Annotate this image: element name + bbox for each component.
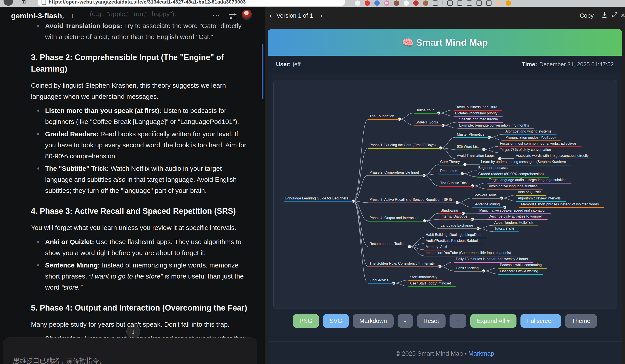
mindmap-node[interactable]: Target language audio + target language …	[489, 178, 566, 182]
mindmap-node[interactable]: Beginner podcasts	[478, 166, 508, 170]
mindmap-node[interactable]: Shadowing	[441, 208, 458, 213]
copy-button[interactable]: Copy	[580, 12, 594, 19]
new-chat-button[interactable]: +	[70, 12, 74, 20]
mindmap-node[interactable]: The Golden Rule: Consistency > Intensity	[370, 261, 435, 265]
download-icon[interactable]	[601, 11, 608, 19]
mindmap-node[interactable]: Start immediately	[410, 275, 437, 279]
mindmap-node[interactable]: Memorize short phrases instead of isolat…	[521, 202, 599, 206]
toolbar-button-markdown[interactable]: Markdown	[353, 314, 394, 328]
toolbar-button-png[interactable]: PNG	[293, 314, 319, 328]
tab-grid-icon[interactable]: ⊞	[21, 0, 26, 5]
extension-redsquare-icon[interactable]	[413, 0, 419, 6]
chevron-down-icon[interactable]: ⌄	[60, 13, 65, 20]
mindmap-node[interactable]: Define Your	[415, 108, 434, 112]
mindmap-node[interactable]: Tutors: iTalki	[494, 227, 514, 231]
mindmap-node[interactable]: Language Exchange	[441, 224, 473, 227]
mindmap-node[interactable]: Describe daily activities to yourself	[489, 215, 543, 219]
extension-outline6-icon[interactable]	[486, 0, 492, 6]
close-icon[interactable]: ✕	[620, 12, 625, 19]
mindmap-node[interactable]: Core Theory	[440, 160, 460, 164]
mindmap-node[interactable]: Associate words with images/concepts dir…	[516, 154, 589, 158]
mindmap-node[interactable]: Phase 1: Building the Core (First 30 Day…	[370, 143, 436, 147]
mindmap-node[interactable]: Travel, business, or culture	[455, 105, 497, 109]
mindmap-node[interactable]: Target 75% of daily conversation	[500, 148, 551, 152]
toolbar-button-svg[interactable]: SVG	[323, 314, 349, 328]
extension-pink-icon[interactable]: CA	[384, 0, 389, 6]
mindmap-node[interactable]: Master Phonetics	[457, 133, 484, 137]
mindmap-node[interactable]: SMART Goals	[415, 120, 438, 124]
mindmap-node[interactable]: Language Learning Guide for Beginners	[285, 196, 348, 200]
mindmap-node[interactable]: Alphabet and writing systems	[505, 129, 551, 133]
mindmap-node[interactable]: 625 Word List	[457, 145, 478, 149]
mindmap-canvas[interactable]: Language Learning Guide for BeginnersThe…	[273, 80, 617, 309]
browser-profile-icon[interactable]	[3, 0, 13, 6]
mindmap-node[interactable]: Pronunciation guides (YouTube)	[505, 136, 556, 140]
extension-outline4-icon[interactable]	[467, 0, 472, 6]
mindmap-node[interactable]: Flashcards while waiting	[500, 269, 538, 273]
scrollbar-thumb[interactable]	[262, 44, 263, 99]
mindmap-node[interactable]: Mimic native speaker speed and intonatio…	[479, 208, 546, 213]
mindmap-node-underline	[454, 116, 502, 117]
model-selector[interactable]: gemini-3-flash	[11, 11, 62, 20]
extension-orange-icon[interactable]	[506, 0, 511, 6]
mindmap-node[interactable]: Recommended Toolkit	[370, 242, 405, 246]
mindmap-node[interactable]: Apps: Tandem, HelloTalk	[494, 221, 533, 225]
toolbar-button-expand-all[interactable]: Expand All ▾	[470, 314, 516, 328]
scroll-to-bottom-button[interactable]: ↓	[126, 325, 140, 338]
extension-brown-icon[interactable]	[394, 0, 399, 6]
message-input[interactable]: 思维接口已就绪，请传输指令。	[3, 337, 257, 364]
controls-icon[interactable]	[229, 14, 236, 19]
url-text[interactable]: https://open-webui.yangtzedaidata.site/c…	[49, 0, 246, 5]
mindmap-node[interactable]: Learn by understanding messages (Stephen…	[481, 160, 566, 164]
mindmap-node[interactable]: Graded readers (80-90% comprehension)	[478, 172, 544, 176]
mindmap-node[interactable]: Habit Stacking	[456, 266, 478, 270]
extension-white2-icon[interactable]	[404, 0, 409, 6]
extension-outline5-icon[interactable]	[476, 0, 482, 6]
mindmap-node[interactable]: Dictates vocabulary priority	[455, 111, 498, 115]
mindmap-node[interactable]: Avoid native language subtitles	[489, 184, 537, 188]
mindmap-node[interactable]: Sentence Mining	[473, 202, 500, 206]
extension-outline2-icon[interactable]	[447, 0, 453, 6]
mindmap-node[interactable]: Audio/Practical: Pimsleur, Babbel	[426, 239, 478, 243]
toolbar-button-theme[interactable]: Theme	[565, 314, 597, 328]
mindmap-node[interactable]: Habit Building: Duolingo, LingoDeer	[426, 233, 482, 237]
extension-tan-icon[interactable]	[423, 0, 428, 6]
extension-avatar-icon[interactable]	[496, 0, 501, 6]
prev-version-button[interactable]: ‹	[269, 11, 272, 20]
next-version-button[interactable]: ›	[320, 11, 323, 20]
mindmap-node[interactable]: The Foundation	[370, 114, 394, 118]
mindmap-node[interactable]: Phase 3: Active Recall and Spaced Repeti…	[370, 198, 452, 202]
toolbar-button-[interactable]: +	[449, 314, 466, 328]
mindmap-node[interactable]: Example: 5-minute conversation in 3 mont…	[459, 123, 529, 127]
extension-red-icon[interactable]	[365, 0, 370, 6]
mindmap-node[interactable]: Specific and measurable	[459, 117, 498, 121]
mindmap-node[interactable]: Phase 2: Comprehensible Input	[370, 170, 419, 174]
mindmap-node[interactable]: Phase 4: Output and Interaction	[370, 216, 419, 220]
mindmap-node[interactable]: Software Tools	[473, 193, 497, 197]
markmap-link[interactable]: Markmap	[468, 350, 494, 357]
mindmap-node[interactable]: Avoid Translation Loops	[457, 154, 494, 158]
toolbar-button-[interactable]: -	[398, 314, 413, 328]
address-bar[interactable]: https://open-webui.yangtzedaidata.site/c…	[37, 0, 345, 6]
mindmap-node[interactable]: Use "Start Today" mindset	[410, 281, 451, 285]
toolbar-button-reset[interactable]: Reset	[417, 314, 446, 328]
extension-outline3-icon[interactable]	[457, 0, 462, 6]
toolbar-button-fullscreen[interactable]: Fullscreen	[521, 314, 561, 328]
fullscreen-icon[interactable]	[612, 11, 618, 18]
mindmap-node[interactable]: Podcasts while commuting	[500, 263, 542, 267]
extension-white-icon[interactable]	[355, 0, 360, 6]
mindmap-node[interactable]: Daily 15 minutes is better than weekly 3…	[456, 257, 528, 261]
mindmap-node[interactable]: The Subtitle Trick	[440, 181, 468, 185]
mindmap-node[interactable]: Internal Dialogue	[441, 215, 468, 219]
mindmap-node[interactable]: Immersion: YouTube (Comprehensible Input…	[426, 251, 511, 255]
mindmap-node[interactable]: Algorithmic review intervals	[518, 196, 561, 200]
more-options-icon[interactable]: ⋯	[212, 11, 220, 20]
extension-blue-icon[interactable]	[375, 0, 380, 6]
mindmap-node[interactable]: Final Advice	[370, 278, 389, 282]
mindmap-node[interactable]: Resources	[440, 169, 457, 173]
mindmap-node[interactable]: Focus on most common nouns, verbs, adjec…	[500, 141, 577, 145]
extension-outline1-icon[interactable]	[433, 0, 438, 6]
mindmap-node[interactable]: Anki or Quizlet	[518, 190, 541, 194]
user-avatar[interactable]	[242, 10, 252, 20]
mindmap-node[interactable]: Memory: Anki	[426, 245, 447, 249]
